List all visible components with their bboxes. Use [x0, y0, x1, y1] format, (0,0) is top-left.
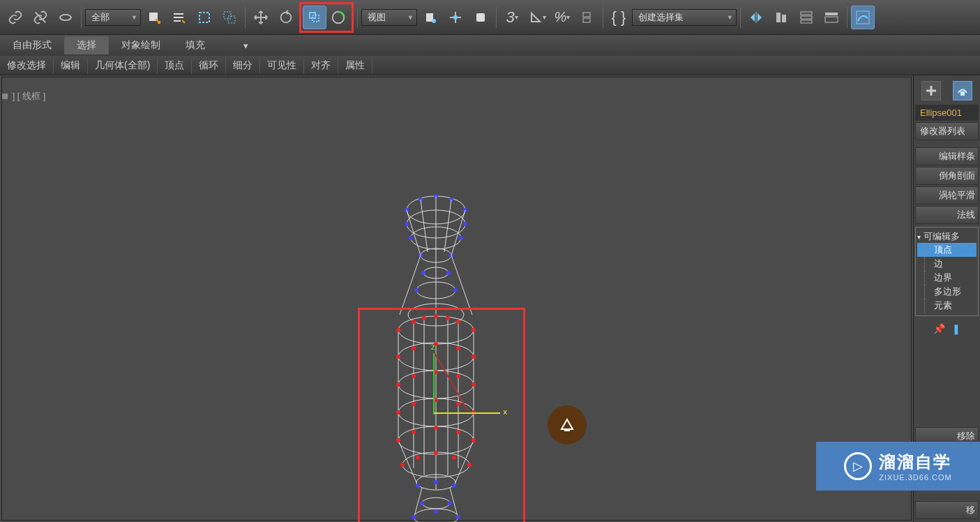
modifier-normal[interactable]: 法线 — [915, 206, 979, 224]
move-icon[interactable] — [249, 6, 273, 29]
modifier-turbosmooth[interactable]: 涡轮平滑 — [915, 186, 979, 204]
subtab-subdivision[interactable]: 细分 — [226, 57, 260, 74]
svg-point-39 — [405, 222, 409, 226]
svg-rect-4 — [174, 20, 181, 22]
svg-rect-17 — [476, 13, 485, 22]
selection-filter-dropdown[interactable]: 全部 — [85, 9, 141, 26]
snap-3d-icon[interactable]: 3▾ — [500, 6, 524, 29]
svg-rect-19 — [583, 18, 590, 22]
edit-named-icon[interactable]: { } — [607, 6, 631, 29]
rotate-icon[interactable] — [274, 6, 298, 29]
watermark-logo: ▷ 溜溜自学 ZIXUE.3D66.COM — [816, 442, 980, 491]
named-selection-label: 创建选择集 — [638, 11, 684, 24]
tab-populate[interactable]: 填充 — [173, 36, 218, 54]
svg-rect-20 — [776, 13, 781, 22]
show-end-result-icon[interactable]: ❚ — [952, 323, 960, 334]
svg-rect-3 — [174, 17, 183, 18]
svg-point-41 — [409, 236, 413, 240]
tab-selection[interactable]: 选择 — [64, 36, 109, 54]
ribbon-tabs: 自由形式 选择 对象绘制 填充 ▾ — [0, 35, 980, 56]
svg-rect-22 — [801, 12, 812, 15]
named-selection-dropdown[interactable]: 创建选择集 — [632, 9, 737, 26]
link-icon[interactable] — [3, 6, 27, 29]
modifier-edit-spline[interactable]: 编辑样条 — [915, 147, 979, 165]
align-icon[interactable] — [769, 6, 793, 29]
watermark-main-text: 溜溜自学 — [879, 451, 951, 473]
modifier-list-dropdown[interactable]: 修改器列表 — [915, 122, 979, 140]
layers-icon[interactable] — [794, 6, 818, 29]
svg-rect-2 — [174, 13, 183, 15]
play-icon: ▷ — [844, 452, 872, 480]
percent-snap-icon[interactable]: %▾ — [550, 6, 574, 29]
window-crossing-icon[interactable] — [218, 6, 241, 29]
svg-line-52 — [444, 200, 451, 252]
main-toolbar: 全部 视图 3▾ ▾ %▾ — [0, 0, 980, 35]
unlink-icon[interactable] — [29, 6, 52, 29]
mirror-icon[interactable] — [744, 6, 768, 29]
svg-rect-21 — [782, 15, 786, 22]
subtab-edit[interactable]: 编辑 — [54, 57, 88, 74]
subobject-tree: ▾ 可编辑多 顶点 边 边界 多边形 元素 — [915, 227, 979, 316]
svg-rect-6 — [224, 12, 231, 19]
tree-header-editable-poly[interactable]: ▾ 可编辑多 — [917, 230, 977, 243]
subtab-vertices[interactable]: 顶点 — [158, 57, 192, 74]
manipulate-icon[interactable] — [444, 6, 467, 29]
svg-rect-5 — [199, 13, 209, 22]
annotation-badge — [548, 405, 587, 445]
bind-icon[interactable] — [54, 6, 77, 29]
pivot-icon[interactable] — [419, 6, 442, 29]
watermark-sub-text: ZIXUE.3D66.COM — [879, 473, 951, 482]
object-name-field[interactable]: Ellipse001 — [915, 105, 979, 121]
svg-point-47 — [414, 288, 419, 292]
subtab-align[interactable]: 对齐 — [304, 57, 338, 74]
subtab-geometry-all[interactable]: 几何体(全部) — [88, 57, 158, 74]
svg-point-42 — [459, 236, 463, 240]
selection-filter-label: 全部 — [91, 11, 110, 24]
svg-rect-7 — [228, 16, 235, 23]
placement-icon[interactable] — [326, 6, 350, 29]
action-move[interactable]: 移 — [915, 501, 979, 519]
command-panel-tabs — [915, 78, 979, 103]
spinner-snap-icon[interactable] — [575, 6, 599, 29]
svg-point-40 — [463, 222, 467, 226]
create-panel-icon[interactable] — [921, 81, 941, 100]
svg-point-46 — [446, 271, 451, 275]
toggle-ribbon-icon[interactable] — [820, 6, 843, 29]
subobj-vertex[interactable]: 顶点 — [917, 243, 977, 257]
svg-point-16 — [453, 15, 458, 20]
subobj-element[interactable]: 元素 — [917, 299, 977, 313]
subtab-loops[interactable]: 循环 — [192, 57, 226, 74]
select-by-name-icon[interactable] — [167, 6, 191, 29]
subobj-edge[interactable]: 边 — [917, 257, 977, 271]
svg-line-51 — [421, 200, 428, 252]
subtab-properties[interactable]: 属性 — [338, 57, 372, 74]
subobj-border[interactable]: 边界 — [917, 271, 977, 285]
curve-editor-icon[interactable] — [851, 6, 875, 29]
pin-stack-icon[interactable]: 📌 — [933, 323, 945, 334]
svg-rect-23 — [801, 16, 812, 19]
ribbon-expand-icon[interactable]: ▾ — [239, 40, 252, 50]
modifier-bevel-profile[interactable]: 倒角剖面 — [915, 167, 979, 185]
tab-object-paint[interactable]: 对象绘制 — [109, 36, 173, 54]
select-object-icon[interactable] — [142, 6, 166, 29]
subtab-visibility[interactable]: 可见性 — [260, 57, 304, 74]
svg-point-45 — [421, 271, 425, 275]
svg-rect-26 — [825, 17, 838, 22]
rectangle-select-icon[interactable] — [193, 6, 216, 29]
svg-point-8 — [281, 12, 292, 22]
scale-icon[interactable] — [303, 6, 326, 29]
key-mode-icon[interactable] — [469, 6, 492, 29]
coord-system-label: 视图 — [368, 11, 386, 24]
svg-rect-18 — [583, 13, 590, 17]
tab-freeform[interactable]: 自由形式 — [0, 36, 64, 54]
svg-point-48 — [453, 288, 458, 292]
subtab-modify-selection[interactable]: 修改选择 — [0, 57, 54, 74]
svg-rect-24 — [801, 20, 812, 23]
svg-line-55 — [451, 255, 472, 315]
subobj-polygon[interactable]: 多边形 — [917, 285, 977, 299]
viewport[interactable]: ] [ 线框 ] — [1, 77, 912, 521]
modify-panel-icon[interactable] — [953, 81, 972, 100]
coord-system-dropdown[interactable]: 视图 — [361, 9, 417, 26]
svg-rect-25 — [825, 13, 838, 15]
angle-snap-icon[interactable]: ▾ — [525, 6, 549, 29]
